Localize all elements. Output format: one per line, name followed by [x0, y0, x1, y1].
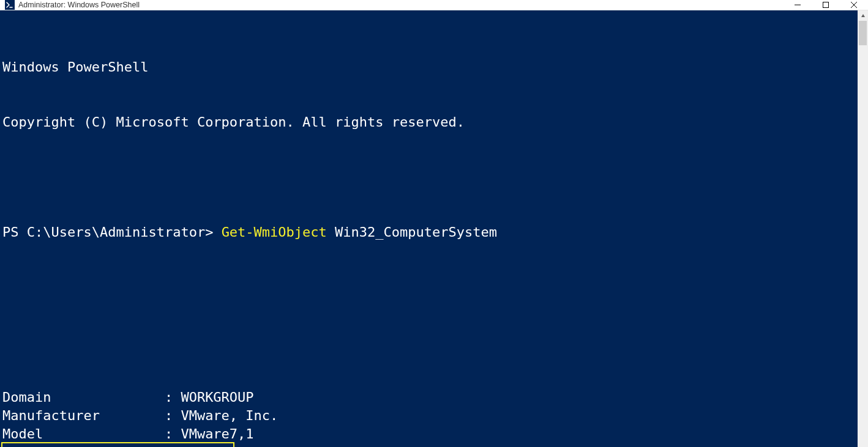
scroll-thumb[interactable] — [859, 21, 867, 45]
output-key: Name — [2, 443, 165, 447]
output-separator: : — [165, 388, 181, 407]
output-key: Domain — [2, 388, 165, 407]
output-value: VMware, Inc. — [181, 407, 278, 425]
window-controls — [784, 0, 868, 10]
scroll-up-button[interactable] — [858, 10, 868, 21]
output-separator: : — [165, 425, 181, 443]
output-row: Domain: WORKGROUP — [2, 388, 855, 407]
blank-line — [2, 168, 855, 187]
maximize-button[interactable] — [812, 0, 840, 10]
cmd-argument: Win32_ComputerSystem — [327, 224, 497, 240]
output-separator: : — [165, 407, 181, 425]
powershell-icon — [5, 0, 15, 10]
svg-rect-1 — [823, 2, 829, 8]
output-key: Model — [2, 425, 165, 443]
output-value: WORKGROUP — [181, 388, 253, 407]
minimize-button[interactable] — [784, 0, 812, 10]
prompt-prefix: PS C:\Users\Administrator> — [2, 224, 222, 240]
output-separator: : — [165, 443, 181, 447]
blank-line — [2, 278, 855, 297]
cmdlet-name: Get-WmiObject — [222, 224, 327, 240]
terminal-output[interactable]: Windows PowerShell Copyright (C) Microso… — [0, 10, 858, 447]
svg-rect-0 — [5, 0, 15, 10]
output-row: Name: SRV001 — [2, 443, 855, 447]
close-button[interactable] — [840, 0, 868, 10]
output-value: VMware7,1 — [181, 425, 253, 443]
banner-line: Copyright (C) Microsoft Corporation. All… — [2, 113, 855, 131]
terminal-container: Windows PowerShell Copyright (C) Microso… — [0, 10, 868, 447]
output-row: Manufacturer: VMware, Inc. — [2, 407, 855, 425]
output-row: Model: VMware7,1 — [2, 425, 855, 443]
blank-line — [2, 333, 855, 352]
banner-line: Windows PowerShell — [2, 58, 855, 76]
output-value: SRV001 — [181, 443, 229, 447]
prompt-line: PS C:\Users\Administrator> Get-WmiObject… — [2, 223, 855, 242]
scroll-track[interactable] — [858, 21, 868, 447]
output-key: Manufacturer — [2, 407, 165, 425]
window-titlebar: Administrator: Windows PowerShell — [0, 0, 868, 10]
vertical-scrollbar[interactable] — [858, 10, 868, 447]
window-title: Administrator: Windows PowerShell — [18, 1, 140, 9]
